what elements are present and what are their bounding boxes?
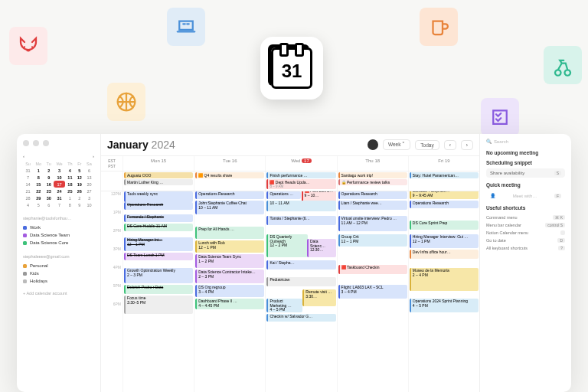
calendar-event[interactable]: DS Core Huddle 11 AM bbox=[124, 224, 193, 231]
app-icon: 31 bbox=[260, 37, 323, 100]
allday-event[interactable]: 🟥 Dept Heads Upda…8 – 9 AM bbox=[266, 179, 335, 189]
allday-event[interactable]: Stay: Hotel Panamerican… bbox=[410, 172, 479, 178]
bicycle-icon bbox=[544, 46, 582, 84]
day-header[interactable]: Tue 16 bbox=[194, 156, 265, 171]
calendar-event[interactable]: Kai / Stepha… bbox=[266, 260, 335, 270]
calendar-event[interactable]: Fernando / Stephanie bbox=[124, 214, 193, 222]
calendar-event[interactable]: Flight: LA603 LAX→SCL3 – 4 PM bbox=[338, 285, 407, 299]
calendar-event[interactable]: DS Team Lunch 1 PM bbox=[124, 253, 193, 260]
search-input[interactable]: 🔍 Search bbox=[486, 139, 565, 144]
shortcut-row[interactable]: Command menu⌘ K bbox=[486, 214, 565, 221]
day-header[interactable]: Mon 15 bbox=[122, 156, 194, 171]
shortcuts-heading: Useful shortcuts bbox=[486, 205, 565, 211]
calendar-event[interactable]: Dev Infra office hour… bbox=[410, 250, 479, 259]
calendar-event[interactable]: Pediatrician bbox=[266, 277, 335, 286]
today-button[interactable]: Today bbox=[415, 140, 439, 150]
next-button[interactable]: › bbox=[461, 140, 473, 150]
calendar-event[interactable]: Data Scienc…12:30… bbox=[307, 239, 336, 257]
calendar-event[interactable]: Operations Research bbox=[410, 201, 479, 208]
calendar-event[interactable]: Prep for All Hands … bbox=[195, 227, 264, 239]
calendar-event[interactable]: Operations Research bbox=[338, 191, 407, 199]
avatar[interactable] bbox=[368, 139, 378, 150]
calendar-event[interactable]: John:Stephanie Coffee Chat10 – 11 AM bbox=[195, 201, 264, 214]
calendar-event[interactable]: Hiring Manager Interview: Gui …12 – 1 PM bbox=[410, 234, 479, 248]
day-header[interactable]: Wed 17 bbox=[265, 156, 336, 171]
mini-calendar[interactable]: SuMoTuWeThFrSa31123456789101112131415161… bbox=[23, 161, 94, 208]
add-calendar-account[interactable]: + Add calendar account bbox=[23, 291, 94, 296]
shortcut-row[interactable]: Menu bar calendarcontrol S bbox=[486, 221, 565, 229]
calendar-event[interactable]: Operations … bbox=[266, 191, 300, 199]
calendar-event[interactable]: Virtual onsite interview: Pedro …11 AM –… bbox=[338, 216, 407, 231]
checklist-icon bbox=[481, 98, 519, 136]
calendar-event[interactable]: Group Crit12 – 1 PM bbox=[338, 234, 407, 247]
allday-event[interactable]: Finish performance … bbox=[266, 172, 335, 178]
calendar-event[interactable]: Checkin w/ Salvador G… bbox=[266, 314, 335, 322]
calendar-event[interactable]: Growth Optimization Weekly2 – 3 PM bbox=[124, 268, 193, 283]
calendar-event[interactable]: Data Science Contractor Intake…2 – 3 PM bbox=[195, 270, 264, 283]
allday-event[interactable]: Santiago work trip! bbox=[338, 172, 407, 178]
calendar-event[interactable]: Hiring Manager Int…12 – 1 PM bbox=[124, 237, 193, 251]
calendar-event[interactable]: 10 – 11 AM bbox=[266, 201, 335, 211]
calendar-window: ‹› SuMoTuWeThFrSa31123456789101112131415… bbox=[17, 134, 571, 392]
day-header[interactable]: Thu 18 bbox=[337, 156, 408, 171]
context-panel: 🔍 Search No upcoming meeting Scheduling … bbox=[479, 134, 571, 392]
day-header[interactable]: Fri 19 bbox=[408, 156, 479, 171]
laptop-icon bbox=[167, 8, 205, 46]
calendar-event[interactable]: 🟥 Taskboard Checkin bbox=[338, 265, 407, 274]
calendar-event[interactable]: DS Quarterly Outreach12 – 2 PM bbox=[266, 234, 307, 257]
calendar-toggle[interactable]: Personal bbox=[23, 262, 94, 270]
calendar-event[interactable]: Liam / Stephanie wee… bbox=[338, 201, 407, 210]
mini-cal-nav[interactable]: ‹› bbox=[23, 154, 94, 158]
calendar-event[interactable]: Product Marketing …4 – 5 PM bbox=[266, 299, 302, 312]
calendar-event[interactable]: Operations Research bbox=[124, 202, 193, 210]
calendar-event[interactable]: Dashboard Phase II …4 – 4:45 PM bbox=[195, 299, 264, 309]
calendar-event[interactable]: Tomás / Stephanie (6… bbox=[266, 216, 335, 225]
window-controls[interactable] bbox=[23, 140, 49, 146]
quick-meeting-heading: Quick meeting bbox=[486, 182, 565, 188]
calendar-toggle[interactable]: Holidays bbox=[23, 277, 94, 285]
allday-event[interactable]: 🔒 Performance review talks bbox=[338, 179, 407, 185]
time-column: 12PM1PM2PM3PM4PM5PM6PM bbox=[101, 191, 122, 392]
calendar-toggle[interactable]: Data Science Core bbox=[23, 239, 94, 247]
shortcut-row[interactable]: All keyboard shortcuts? bbox=[486, 244, 565, 252]
allday-event[interactable]: Martin Luther King … bbox=[124, 179, 193, 185]
allday-event[interactable]: 🟧 Q4 results share bbox=[195, 172, 264, 178]
no-upcoming: No upcoming meeting bbox=[486, 150, 565, 155]
sidebar: ‹› SuMoTuWeThFrSa31123456789101112131415… bbox=[17, 134, 101, 392]
calendar-event[interactable]: Operations 2024 Sprint Planning4 – 5 PM bbox=[410, 299, 479, 312]
prev-button[interactable]: ‹ bbox=[444, 140, 456, 150]
allday-event[interactable]: Augusto OOO bbox=[124, 172, 193, 178]
header: January 2024 Week ˅ Today ‹ › bbox=[101, 134, 479, 156]
calendar-event[interactable]: Debrief: Pedro r Data bbox=[124, 285, 193, 294]
cat-icon bbox=[9, 27, 47, 65]
share-availability[interactable]: Share availabilityS bbox=[486, 168, 565, 178]
day-headers: ESTPST Mon 15Tue 16Wed 17Thu 18Fri 19 bbox=[101, 156, 479, 172]
calendar-event[interactable]: Museo de la Memoria2 – 4 PM bbox=[410, 268, 479, 291]
calendar-event[interactable]: Focus time3:30–5 PM bbox=[124, 296, 193, 314]
snippet-heading: Scheduling snippet bbox=[486, 160, 565, 165]
calendar-event[interactable]: Data Science Team Sync1 – 2 PM bbox=[195, 254, 264, 268]
calendar-event[interactable]: Operations Research bbox=[195, 191, 264, 199]
calendar-toggle[interactable]: Data Science Team bbox=[23, 231, 94, 239]
allday-row: Augusto OOOMartin Luther King …🟧 Q4 resu… bbox=[101, 172, 479, 191]
view-switch[interactable]: Week ˅ bbox=[383, 139, 410, 150]
calendar-event[interactable]: Salvador / Stephani…9 – 9:45 AM bbox=[410, 191, 479, 199]
calendar-toggle[interactable]: Work bbox=[23, 224, 94, 231]
calendar-glyph: 31 bbox=[271, 47, 312, 89]
calendar-event[interactable]: DS Org regroup3 – 4 PM bbox=[195, 285, 264, 297]
calendar-grid[interactable]: 12PM1PM2PM3PM4PM5PM6PM Tools weekly sync… bbox=[101, 191, 479, 392]
basketball-icon bbox=[107, 83, 145, 121]
page-title: January 2024 bbox=[107, 139, 175, 151]
calendar-toggle[interactable]: Kids bbox=[23, 270, 94, 277]
mug-icon bbox=[420, 8, 458, 46]
meet-with[interactable]: 👤 Meet with…F bbox=[486, 191, 565, 201]
calendar-event[interactable]: Remote visit …3:30… bbox=[302, 289, 335, 306]
calendar-event[interactable]: Lunch with Rob12 – 1 PM bbox=[195, 240, 264, 253]
main-area: January 2024 Week ˅ Today ‹ › ESTPST Mon… bbox=[101, 134, 479, 392]
calendar-event[interactable]: DS Core Sprint Prep bbox=[410, 220, 479, 230]
calendar-event[interactable]: Tools weekly sync bbox=[124, 191, 193, 202]
shortcut-row[interactable]: Notion Calendar menu bbox=[486, 229, 565, 237]
timezone-labels: ESTPST bbox=[101, 156, 122, 171]
shortcut-row[interactable]: Go to dateD bbox=[486, 237, 565, 244]
